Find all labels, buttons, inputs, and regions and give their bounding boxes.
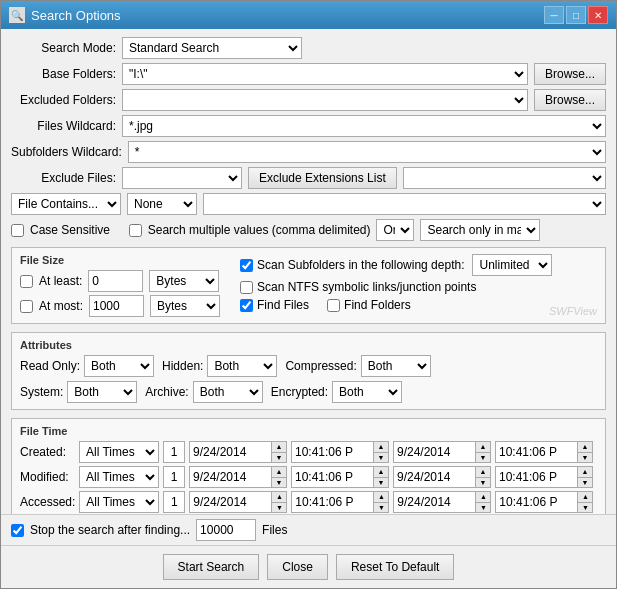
created-time1-up[interactable]: ▲ [374, 442, 388, 453]
scan-subfolders-checkbox[interactable] [240, 259, 253, 272]
or-select[interactable]: Or [376, 219, 414, 241]
find-files-checkbox[interactable] [240, 299, 253, 312]
accessed-time-select[interactable]: All Times [79, 491, 159, 513]
read-only-select[interactable]: Both [84, 355, 154, 377]
modified-time1-down[interactable]: ▼ [374, 478, 388, 488]
accessed-time1-up[interactable]: ▲ [374, 492, 388, 503]
reset-to-default-button[interactable]: Reset To Default [336, 554, 455, 580]
accessed-time2-input[interactable] [495, 491, 577, 513]
minimize-button[interactable]: ─ [544, 6, 564, 24]
base-folders-select[interactable]: "I:\" [122, 63, 528, 85]
created-time2-down[interactable]: ▼ [578, 453, 592, 463]
modified-time2-input[interactable] [495, 466, 577, 488]
modified-time2-down[interactable]: ▼ [578, 478, 592, 488]
scan-ntfs-checkbox[interactable] [240, 281, 253, 294]
accessed-num-input[interactable] [163, 491, 185, 513]
compressed-select[interactable]: Both [361, 355, 431, 377]
modified-time1-input[interactable] [291, 466, 373, 488]
exclude-files-select[interactable] [122, 167, 242, 189]
modified-time2-up[interactable]: ▲ [578, 467, 592, 478]
encrypted-label: Encrypted: [271, 385, 328, 399]
close-window-button[interactable]: ✕ [588, 6, 608, 24]
accessed-time2-up[interactable]: ▲ [578, 492, 592, 503]
accessed-row: Accessed: All Times ▲▼ ▲▼ ▲▼ [20, 491, 597, 513]
created-time-select[interactable]: All Times [79, 441, 159, 463]
close-button[interactable]: Close [267, 554, 328, 580]
modified-date2-input[interactable] [393, 466, 475, 488]
created-date1-input[interactable] [189, 441, 271, 463]
accessed-date2-input[interactable] [393, 491, 475, 513]
search-mode-row: Search Mode: Standard Search [11, 37, 606, 59]
search-multiple-checkbox[interactable] [129, 224, 142, 237]
created-num-input[interactable] [163, 441, 185, 463]
accessed-date1-up[interactable]: ▲ [272, 492, 286, 503]
file-time-label: File Time [20, 425, 597, 437]
modified-date2-up[interactable]: ▲ [476, 467, 490, 478]
case-sensitive-row: Case Sensitive Search multiple values (c… [11, 219, 606, 241]
read-only-label: Read Only: [20, 359, 80, 373]
accessed-label: Accessed: [20, 495, 75, 509]
modified-date1-down[interactable]: ▼ [272, 478, 286, 488]
file-size-section: File Size At least: 0 Bytes At most: 100… [11, 247, 606, 324]
system-label: System: [20, 385, 63, 399]
bottom-bar: Start Search Close Reset To Default [1, 545, 616, 588]
archive-select[interactable]: Both [193, 381, 263, 403]
accessed-date2-down[interactable]: ▼ [476, 503, 490, 513]
accessed-date2-up[interactable]: ▲ [476, 492, 490, 503]
search-multiple-label: Search multiple values (comma delimited) [148, 223, 371, 237]
stop-checkbox[interactable] [11, 524, 24, 537]
exclude-extensions-button[interactable]: Exclude Extensions List [248, 167, 397, 189]
titlebar: 🔍 Search Options ─ □ ✕ [1, 1, 616, 29]
created-date2-up[interactable]: ▲ [476, 442, 490, 453]
system-select[interactable]: Both [67, 381, 137, 403]
search-only-select[interactable]: Search only in major stre. [420, 219, 540, 241]
accessed-time2-down[interactable]: ▼ [578, 503, 592, 513]
at-least-checkbox[interactable] [20, 275, 33, 288]
created-date2-down[interactable]: ▼ [476, 453, 490, 463]
created-time1-input[interactable] [291, 441, 373, 463]
at-least-label: At least: [39, 274, 82, 288]
created-time1-down[interactable]: ▼ [374, 453, 388, 463]
modified-date1-input[interactable] [189, 466, 271, 488]
files-wildcard-select[interactable]: *.jpg [122, 115, 606, 137]
subfolders-wildcard-row: Subfolders Wildcard: * [11, 141, 606, 163]
accessed-time1-input[interactable] [291, 491, 373, 513]
exclude-files-extra-select[interactable] [403, 167, 606, 189]
created-date1-down[interactable]: ▼ [272, 453, 286, 463]
at-least-input[interactable]: 0 [88, 270, 143, 292]
modified-date1-up[interactable]: ▲ [272, 467, 286, 478]
at-most-input[interactable]: 1000 [89, 295, 144, 317]
search-mode-select[interactable]: Standard Search [122, 37, 302, 59]
start-search-button[interactable]: Start Search [163, 554, 260, 580]
modified-num-input[interactable] [163, 466, 185, 488]
at-most-checkbox[interactable] [20, 300, 33, 313]
find-folders-checkbox[interactable] [327, 299, 340, 312]
excluded-folders-select[interactable] [122, 89, 528, 111]
created-date1-up[interactable]: ▲ [272, 442, 286, 453]
file-contains-option-select[interactable]: None [127, 193, 197, 215]
scan-depth-select[interactable]: Unlimited [472, 254, 552, 276]
encrypted-select[interactable]: Both [332, 381, 402, 403]
base-folders-browse-button[interactable]: Browse... [534, 63, 606, 85]
file-contains-select[interactable]: File Contains... [11, 193, 121, 215]
accessed-time1-down[interactable]: ▼ [374, 503, 388, 513]
case-sensitive-checkbox[interactable] [11, 224, 24, 237]
at-most-unit-select[interactable]: Bytes [150, 295, 220, 317]
subfolders-wildcard-select[interactable]: * [128, 141, 606, 163]
modified-date2-down[interactable]: ▼ [476, 478, 490, 488]
accessed-date1-input[interactable] [189, 491, 271, 513]
created-time2-input[interactable] [495, 441, 577, 463]
exclude-files-row: Exclude Files: Exclude Extensions List [11, 167, 606, 189]
accessed-date1-down[interactable]: ▼ [272, 503, 286, 513]
excluded-folders-browse-button[interactable]: Browse... [534, 89, 606, 111]
stop-value-input[interactable]: 10000 [196, 519, 256, 541]
maximize-button[interactable]: □ [566, 6, 586, 24]
created-date2-input[interactable] [393, 441, 475, 463]
created-time2-up[interactable]: ▲ [578, 442, 592, 453]
modified-time-select[interactable]: All Times [79, 466, 159, 488]
hidden-select[interactable]: Both [207, 355, 277, 377]
file-contains-value-select[interactable] [203, 193, 606, 215]
exclude-files-label: Exclude Files: [11, 171, 116, 185]
at-least-unit-select[interactable]: Bytes [149, 270, 219, 292]
modified-time1-up[interactable]: ▲ [374, 467, 388, 478]
